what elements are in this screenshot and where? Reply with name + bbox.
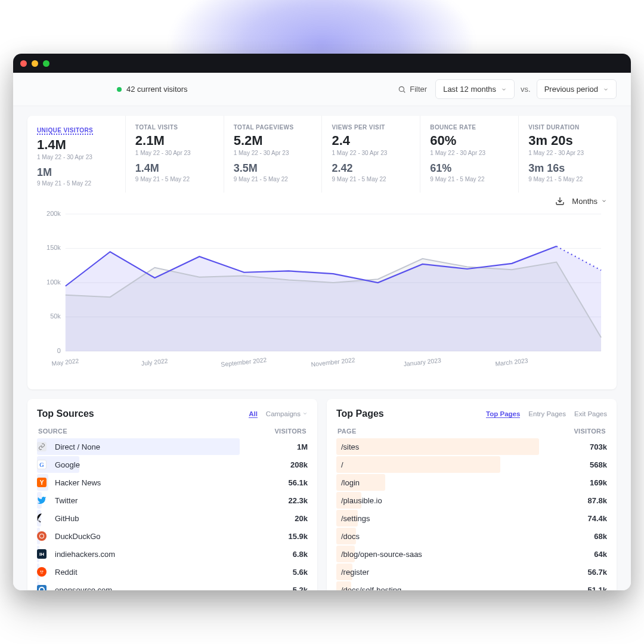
row-label: Twitter [51,496,78,505]
tab-exit-pages[interactable]: Exit Pages [574,410,607,418]
metric-value: 1.4M [37,137,116,153]
metric-compare-value: 1M [37,166,116,179]
list-item[interactable]: GGoogle208k [37,456,308,473]
svg-text:May 2022: May 2022 [51,358,79,367]
current-visitors-label: 42 current visitors [126,85,188,94]
list-item[interactable]: /docs/self-hosting51.1k [336,581,607,590]
row-value: 5.6k [274,568,308,577]
col-source: Source [38,428,67,435]
row-value: 568k [574,460,607,469]
list-item[interactable]: DuckDuckGo15.9k [37,528,308,544]
svg-point-21 [41,571,42,572]
list-item[interactable]: /sites703k [336,438,607,455]
svg-text:0: 0 [57,347,61,354]
metric-compare-range: 9 May 21 - 5 May 22 [135,176,214,182]
period-select[interactable]: Last 12 months [435,79,515,99]
tab-entry-pages[interactable]: Entry Pages [528,410,566,418]
metric-unique-visitors[interactable]: UNIQUE VISITORS 1.4M 1 May 22 - 30 Apr 2… [27,116,126,193]
list-item[interactable]: IHindiehackers.com6.8k [37,546,308,562]
list-item[interactable]: opensource.com5.2k [37,581,308,590]
metric-value: 5.2M [234,133,312,148]
list-item[interactable]: Twitter22.3k [37,492,308,509]
svg-text:200k: 200k [47,210,61,217]
tab-campaigns[interactable]: Campaigns [266,410,308,418]
panel-title: Top Sources [37,408,94,419]
row-label: /plausible.io [336,496,382,505]
list-item[interactable]: /register56.7k [336,564,607,580]
opensource-icon [37,585,47,590]
current-visitors-status[interactable]: 42 current visitors [117,85,188,94]
list-item[interactable]: /docs68k [336,528,607,544]
svg-text:50k: 50k [50,312,61,320]
metric-views-per-visit[interactable]: VIEWS PER VISIT 2.4 1 May 22 - 30 Apr 23… [322,116,420,193]
metric-range: 1 May 22 - 30 Apr 23 [528,150,607,156]
svg-point-20 [40,534,44,538]
row-value: 5.2k [274,586,308,591]
metric-label: UNIQUE VISITORS [37,127,93,135]
duckduckgo-icon [37,531,47,541]
row-label: opensource.com [51,586,112,591]
metric-range: 1 May 22 - 30 Apr 23 [234,150,312,156]
row-label: /sites [336,442,359,451]
twitter-icon [37,496,47,505]
row-value: 22.3k [274,496,308,505]
metric-value: 2.4 [332,133,410,148]
row-value: 87.8k [574,496,607,505]
live-dot-icon [117,87,122,92]
metric-compare-range: 9 May 21 - 5 May 22 [332,176,410,182]
app-window: 42 current visitors Filter Last 12 month… [13,54,631,590]
row-label: /register [336,568,369,577]
tab-all[interactable]: All [249,410,258,418]
download-icon[interactable] [555,196,565,206]
metric-label: TOTAL PAGEVIEWS [234,124,312,131]
list-item[interactable]: /settings74.4k [336,510,607,527]
svg-text:November 2022: November 2022 [311,357,355,368]
metric-label: VISIT DURATION [528,124,607,131]
maximize-window-dot[interactable] [43,60,49,67]
list-item[interactable]: Reddit5.6k [37,564,308,580]
metric-compare-value: 3.5M [234,162,312,175]
chevron-down-icon [302,410,308,417]
row-label: DuckDuckGo [51,532,101,541]
row-value: 208k [274,460,308,469]
svg-text:September 2022: September 2022 [221,357,267,368]
vs-label: vs. [521,85,531,94]
metrics-card: UNIQUE VISITORS 1.4M 1 May 22 - 30 Apr 2… [27,116,617,389]
github-icon [37,513,47,523]
minimize-window-dot[interactable] [32,60,38,67]
metric-total-pageviews[interactable]: TOTAL PAGEVIEWS 5.2M 1 May 22 - 30 Apr 2… [224,116,323,193]
svg-text:January 2023: January 2023 [403,357,441,368]
panel-title: Top Pages [336,408,384,419]
col-visitors: Visitors [274,428,306,435]
metric-compare-range: 9 May 21 - 5 May 22 [234,176,312,182]
row-value: 15.9k [274,532,308,541]
metric-total-visits[interactable]: TOTAL VISITS 2.1M 1 May 22 - 30 Apr 23 1… [126,116,224,193]
list-item[interactable]: GitHub20k [37,510,308,527]
topbar: 42 current visitors Filter Last 12 month… [13,73,631,106]
close-window-dot[interactable] [20,60,27,67]
visitors-chart: 050k100k150k200kMay 2022July 2022Septemb… [27,206,617,389]
svg-line-1 [404,91,405,92]
svg-point-23 [39,587,44,590]
list-item[interactable]: YHacker News56.1k [37,474,308,491]
list-item[interactable]: /login169k [336,474,607,491]
svg-point-22 [42,571,44,572]
metric-label: TOTAL VISITS [135,124,214,131]
tab-top-pages[interactable]: Top Pages [486,410,520,418]
list-item[interactable]: /blog/open-source-saas64k [336,546,607,562]
reddit-icon [37,567,47,577]
row-label: GitHub [51,514,79,523]
interval-select[interactable]: Months [572,197,607,206]
filter-button[interactable]: Filter [398,85,427,94]
row-label: Direct / None [51,442,100,451]
top-sources-panel: Top Sources AllCampaigns Source Visitors… [27,399,317,590]
metric-visit-duration[interactable]: VISIT DURATION 3m 20s 1 May 22 - 30 Apr … [519,116,617,193]
list-item[interactable]: Direct / None1M [37,438,308,455]
row-value: 20k [274,514,308,523]
list-item[interactable]: /568k [336,456,607,473]
metric-bounce-rate[interactable]: BOUNCE RATE 60% 1 May 22 - 30 Apr 23 61%… [420,116,519,193]
compare-select[interactable]: Previous period [537,79,617,99]
titlebar [13,54,631,73]
metric-compare-range: 9 May 21 - 5 May 22 [430,176,509,182]
list-item[interactable]: /plausible.io87.8k [336,492,607,509]
